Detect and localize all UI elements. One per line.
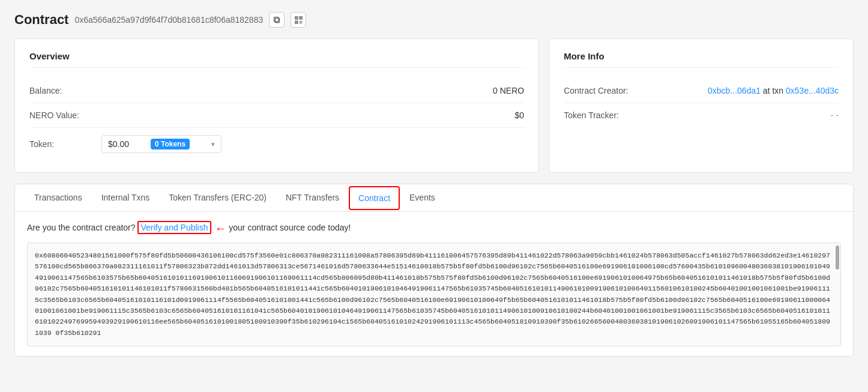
qr-code-button[interactable] xyxy=(291,12,306,28)
balance-label: Balance: xyxy=(29,86,101,95)
tab-contract[interactable]: Contract xyxy=(349,186,400,210)
nero-value-row: NERO Value: $0 xyxy=(29,103,524,128)
page-title: Contract xyxy=(14,12,68,28)
svg-rect-9 xyxy=(301,21,302,22)
prompt-text: Are you the contract creator? xyxy=(27,223,136,232)
creator-txn-link[interactable]: 0x53e...40d3c xyxy=(786,86,839,95)
svg-rect-6 xyxy=(300,17,301,19)
token-amount: $0.00 xyxy=(108,139,129,149)
token-label: Token: xyxy=(29,139,101,149)
contract-tab-content: Are you the contract creator? Verify and… xyxy=(15,212,853,356)
tabs-section: Transactions Internal Txns Token Transfe… xyxy=(14,184,854,357)
tracker-row: Token Tracker: - - xyxy=(564,103,839,127)
copy-address-button[interactable] xyxy=(269,12,285,28)
chevron-down-icon: ▾ xyxy=(211,140,215,148)
nero-value: $0 xyxy=(515,110,525,120)
token-badge: 0 Tokens xyxy=(151,139,190,149)
more-info-title: More Info xyxy=(564,51,839,68)
cards-row: Overview Balance: 0 NERO NERO Value: $0 … xyxy=(14,38,854,173)
creator-value: 0xbcb...06da1 at txn 0x53e...40d3c xyxy=(708,86,839,95)
tab-transactions[interactable]: Transactions xyxy=(25,184,92,212)
token-row: Token: $0.00 0 Tokens ▾ xyxy=(29,128,524,160)
contract-address: 0x6a566a625a97d9f64f7d0b81681c8f06a81828… xyxy=(74,15,263,25)
tab-token-transfers[interactable]: Token Transfers (ERC-20) xyxy=(159,184,276,212)
creator-row: Contract Creator: 0xbcb...06da1 at txn 0… xyxy=(564,79,839,103)
svg-rect-11 xyxy=(301,22,302,23)
bytecode-text: 0x608060405234801561000f575f80fd5b506004… xyxy=(35,252,830,337)
more-info-card: More Info Contract Creator: 0xbcb...06da… xyxy=(549,38,854,173)
tab-nft-transfers[interactable]: NFT Transfers xyxy=(276,184,349,212)
tabs-header: Transactions Internal Txns Token Transfe… xyxy=(15,184,853,212)
verify-and-publish-link[interactable]: Verify and Publish xyxy=(137,221,211,234)
nero-value-label: NERO Value: xyxy=(29,110,101,120)
svg-rect-7 xyxy=(296,22,297,23)
at-text: at txn xyxy=(763,86,783,95)
svg-rect-10 xyxy=(300,22,301,23)
tab-internal-txns[interactable]: Internal Txns xyxy=(92,184,160,212)
overview-card: Overview Balance: 0 NERO NERO Value: $0 … xyxy=(14,38,539,173)
overview-title: Overview xyxy=(29,51,524,68)
creator-address-link[interactable]: 0xbcb...06da1 xyxy=(708,86,761,95)
svg-rect-5 xyxy=(296,17,297,19)
page-header: Contract 0x6a566a625a97d9f64f7d0b81681c8… xyxy=(14,12,854,28)
tracker-label: Token Tracker: xyxy=(564,110,654,120)
balance-value: 0 NERO xyxy=(493,86,524,95)
svg-rect-8 xyxy=(300,21,301,22)
balance-row: Balance: 0 NERO xyxy=(29,79,524,103)
tracker-value: - - xyxy=(831,110,839,120)
tab-events[interactable]: Events xyxy=(400,184,445,212)
prompt-suffix: your contract source code today! xyxy=(229,223,351,232)
bytecode-display[interactable]: 0x608060405234801561000f575f80fd5b506004… xyxy=(27,243,841,346)
scrollbar-thumb xyxy=(836,246,839,270)
creator-label: Contract Creator: xyxy=(564,86,654,95)
token-dropdown[interactable]: $0.00 0 Tokens ▾ xyxy=(101,135,222,153)
contract-creator-prompt: Are you the contract creator? Verify and… xyxy=(27,222,841,235)
arrow-right-icon: ← xyxy=(214,222,226,235)
